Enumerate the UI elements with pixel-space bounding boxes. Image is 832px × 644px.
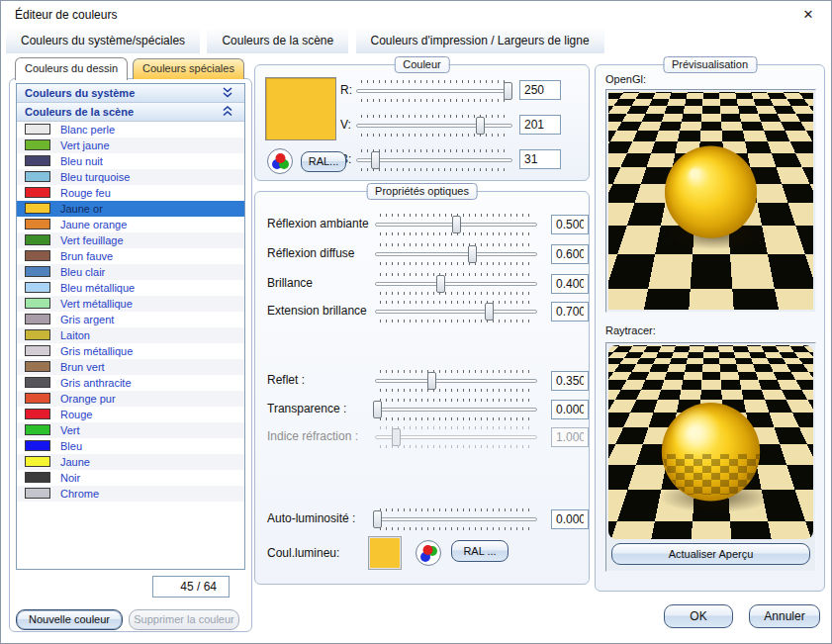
ambient-reflection-slider[interactable] [375,213,537,236]
color-name: Vert feuillage [60,232,124,248]
opengl-preview-image [608,92,813,310]
list-item[interactable]: Gris métallique [17,343,244,359]
header-system-label: Couleurs du système [25,87,135,99]
list-item[interactable]: Bleu turquoise [17,169,244,185]
color-swatch [25,377,50,388]
color-count-field: 45 / 64 [152,576,230,598]
slider-track[interactable] [356,89,512,93]
shininess-extension-slider[interactable] [375,300,537,323]
slider-track[interactable] [375,252,537,256]
close-icon[interactable]: ✕ [797,6,819,24]
raytracer-preview-image [608,345,813,539]
slider-thumb[interactable] [373,510,382,528]
new-color-button[interactable]: Nouvelle couleur [16,609,123,630]
slider-thumb[interactable] [436,275,445,293]
list-item[interactable]: Brun fauve [17,248,244,264]
list-item[interactable]: Bleu [17,438,244,454]
slider-ticks [380,399,532,402]
list-item[interactable]: Chrome [17,486,244,502]
list-item[interactable]: Bleu métallique [17,280,244,296]
diffuse-reflection-slider[interactable] [375,242,537,266]
color-swatch [25,314,50,324]
luminous-color-picker-icon[interactable] [416,540,441,566]
slider-ticks [380,232,532,235]
color-picker-icon[interactable] [267,148,293,174]
list-item[interactable]: Gris argent [17,312,244,327]
slider-ticks [361,115,508,118]
tab-print-colors[interactable]: Couleurs d'impression / Largeurs de lign… [356,29,605,53]
list-item[interactable]: Jaune orange [17,217,244,232]
tab-drawing-colors[interactable]: Couleurs du dessin [15,57,128,80]
slider-track[interactable] [375,517,537,521]
opengl-preview-frame [605,89,816,313]
green-slider[interactable] [356,114,512,138]
slider-track[interactable] [375,282,537,286]
header-scene-label: Couleurs de la scène [25,106,134,118]
chevron-double-down-icon[interactable] [219,86,236,100]
red-slider-thumb[interactable] [504,82,512,100]
color-name: Vert jaune [60,138,110,153]
shininess-label: Brillance [267,276,313,290]
blue-value-field[interactable] [519,149,561,169]
list-item[interactable]: Vert [17,422,244,438]
list-item[interactable]: Orange pur [17,391,244,407]
self-luminosity-field[interactable] [551,509,589,529]
slider-thumb[interactable] [485,303,494,321]
green-slider-thumb[interactable] [476,117,485,135]
list-item[interactable]: Bleu nuit [17,153,244,169]
green-value-field[interactable] [519,115,561,135]
color-group: Couleur R: V: B: [254,64,590,181]
list-item[interactable]: Vert métallique [17,296,244,312]
color-swatch [25,139,50,150]
red-value-field[interactable] [519,80,561,100]
blue-slider-thumb[interactable] [371,151,380,169]
slider-thumb[interactable] [427,372,436,390]
ambient-reflection-field[interactable] [551,215,589,234]
list-item[interactable]: Gris anthracite [17,375,244,391]
tab-scene-colors[interactable]: Couleurs de la scène [207,29,349,53]
self-luminosity-slider[interactable] [375,507,537,531]
slider-track[interactable] [375,310,537,314]
slider-track[interactable] [356,124,512,128]
red-slider[interactable] [356,79,512,103]
color-editor-dialog: Éditeur de couleurs ✕ Couleurs du systèm… [0,0,832,644]
group-header-scene-colors[interactable]: Couleurs de la scène [17,103,244,122]
chevron-double-up-icon[interactable] [219,105,236,119]
shininess-extension-field[interactable] [551,302,589,322]
slider-thumb[interactable] [452,216,461,233]
list-item[interactable]: Vert feuillage [17,232,244,248]
list-item-selected[interactable]: Jaune or [17,201,244,217]
shininess-field[interactable] [551,274,589,294]
list-item[interactable]: Brun vert [17,359,244,375]
color-list-panel: Couleurs du dessin Couleurs spéciales Co… [9,78,252,632]
refresh-preview-button[interactable]: Actualiser Aperçu [611,543,810,565]
slider-track[interactable] [375,379,537,383]
group-header-system-colors[interactable]: Couleurs du système [17,84,244,103]
reflection-slider[interactable] [375,369,537,393]
list-item[interactable]: Noir [17,470,244,486]
tab-special-colors[interactable]: Couleurs spéciales [133,58,244,79]
list-item[interactable]: Blanc perle [17,122,244,138]
reflection-field[interactable] [551,371,589,391]
ok-button[interactable]: OK [664,604,733,628]
luminous-color-swatch[interactable] [368,536,402,570]
slider-thumb[interactable] [373,401,382,418]
color-swatch [25,171,50,182]
luminous-ral-button[interactable]: RAL ... [451,540,508,562]
list-item[interactable]: Jaune [17,454,244,470]
slider-track[interactable] [375,408,537,412]
list-item[interactable]: Laiton [17,327,244,343]
list-item[interactable]: Vert jaune [17,138,244,153]
list-item[interactable]: Rouge [17,407,244,422]
ral-button[interactable]: RAL... [301,151,346,172]
list-item[interactable]: Bleu clair [17,264,244,280]
shininess-slider[interactable] [375,272,537,296]
transparency-slider[interactable] [375,398,537,421]
list-item[interactable]: Rouge feu [17,185,244,201]
slider-thumb[interactable] [468,245,477,263]
diffuse-reflection-field[interactable] [551,244,589,264]
tab-system-special-colors[interactable]: Couleurs du système/spéciales [6,29,201,53]
transparency-field[interactable] [551,400,589,419]
cancel-button[interactable]: Annuler [749,604,820,628]
blue-slider[interactable] [356,148,512,172]
